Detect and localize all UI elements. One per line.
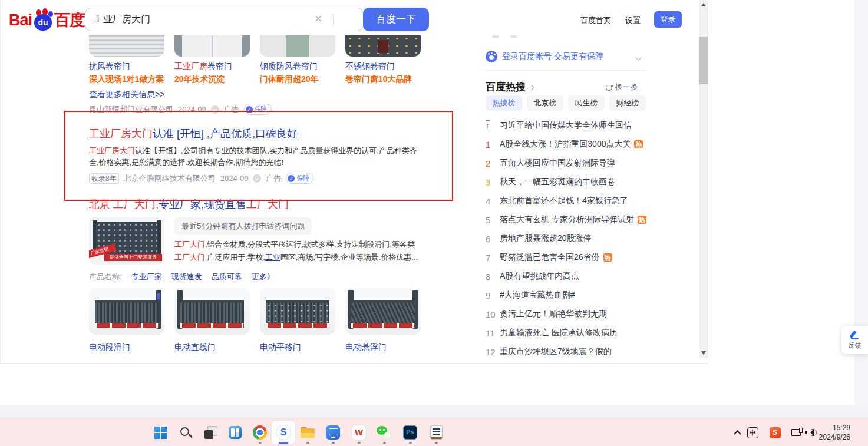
rank-number: 11 [486,328,500,338]
product-title[interactable]: 电动悬浮门 [345,342,421,353]
hot-tab[interactable]: 热搜榜 [486,95,522,111]
product-title[interactable]: 电动段滑门 [89,342,164,353]
wps-icon: W [352,425,366,440]
product-title[interactable]: 电动直线门 [174,342,250,353]
search-input[interactable] [94,9,318,30]
notepad-app[interactable] [424,421,448,444]
photoshop-app[interactable]: Ps [398,421,422,444]
hot-item-text: 贪污上亿元！顾艳华被判无期 [500,309,607,319]
product-card[interactable]: 不锈钢卷帘门卷帘门窗10大品牌 [345,35,421,85]
speaker-icon [805,428,816,437]
chrome-app[interactable] [248,421,272,444]
clock-date: 2024/9/26 [819,432,850,442]
pc-manager-app[interactable] [321,421,345,444]
sogou-browser-app[interactable]: S [272,421,295,444]
product-card[interactable]: 电动段滑门 [89,288,164,353]
more-related-link[interactable]: 查看更多相关信息>> [89,90,164,100]
taskbar-search[interactable] [174,421,197,444]
hot-search-item[interactable]: 11男童输液死亡 医院承认修改病历 [486,327,652,339]
logo-cn: 百度 [54,9,85,31]
ad-options-icon[interactable] [253,174,261,183]
hot-item-text: 男童输液死亡 医院承认修改病历 [500,328,618,338]
product-title[interactable]: 钢质防风卷帘门 [260,61,335,71]
windows-start-button[interactable] [148,421,172,444]
rank-number: 3 [486,177,500,187]
product-title[interactable]: 不锈钢卷帘门 [345,61,421,71]
product-card[interactable]: 抗风卷帘门深入现场1对1做方案 [89,35,164,85]
result2-thumbnail[interactable]: 厂家直销 提供全国上门安装服务 [89,217,164,265]
hot-item-text: 习近平给中国传媒大学全体师生回信 [500,120,632,131]
logo-bai: Bai [9,11,32,29]
tags-more-link[interactable]: 更多》 [252,272,275,282]
product-title[interactable]: 电动平移门 [260,342,335,353]
clear-search-icon[interactable]: ✕ [312,14,324,25]
wps-office-app[interactable]: W [347,421,371,444]
ad-result-title[interactable]: 工业厂房大门认准 [开恒] ,产品优质,口碑良好 [89,127,298,140]
network-status[interactable] [790,424,804,441]
product-tag[interactable]: 现货速发 [171,272,202,282]
product-subtitle: 深入现场1对1做方案 [89,74,164,85]
hot-search-item[interactable]: 9#大海道宝藏热血剧# [486,289,652,301]
hot-search-item[interactable]: 10贪污上亿元！顾艳华被判无期 [486,308,652,320]
product-card[interactable]: 电动悬浮门 [345,288,421,353]
product-title[interactable]: 工业厂房卷帘门 [174,61,250,71]
wechat-app[interactable] [372,421,396,444]
result2-desc-line2: 工厂大门 广泛应用于:学校,工业园区,商场,写字楼,企业等场景.价格优惠... [174,252,418,263]
inline-link[interactable]: 工业 [265,253,280,262]
baidu-logo[interactable]: Bai du 百度 [9,9,85,31]
hot-search-item[interactable]: 8A股有望挑战年内高点 [486,270,652,282]
tray-show-hidden[interactable] [731,424,744,441]
feedback-button[interactable]: 反馈 [841,326,868,354]
result2-title[interactable]: 北京 工厂大门,专业厂家,现货直售工厂大门 [89,198,289,211]
task-view-button[interactable] [199,421,223,444]
nav-baidu-home[interactable]: 百度首页 [580,15,611,26]
chevron-down-icon[interactable] [635,53,642,61]
sogou-tray[interactable]: S [768,424,782,441]
ime-indicator[interactable]: 中 [745,424,760,441]
hot-search-item[interactable]: 12重庆市沙坪坝区7级地震？假的 [486,346,652,358]
product-card[interactable]: 工业厂房卷帘门20年技术沉淀 [174,35,250,85]
hot-search-item[interactable]: 5落点大有玄机 专家分析洲际导弹试射热 [486,214,652,226]
refresh-hot-list[interactable]: 换一换 [606,82,638,92]
hot-search-item[interactable]: 4东北前首富还不起钱！4家银行急了 [486,195,652,207]
login-button[interactable]: 登录 [654,11,682,28]
widgets-icon [229,426,242,439]
hot-search-title[interactable]: 百度热搜 [486,80,533,94]
hot-badge: 热 [603,253,612,262]
ad2-tag: 广告 [266,173,281,184]
hot-search-item[interactable]: 6房地产股暴涨超20股涨停 [486,233,652,245]
volume-status[interactable] [803,424,817,441]
baidu-search-button[interactable]: 百度一下 [363,8,429,31]
hot-tab[interactable]: 北京榜 [527,95,563,111]
product-title[interactable]: 抗风卷帘门 [89,61,164,71]
ad1-meta: 昆山新恒邦门业有限公司 2024-09 广告 ✓ 保障 [89,104,272,115]
product-tag[interactable]: 品质可靠 [212,272,242,282]
nav-settings[interactable]: 设置 [625,15,641,26]
hot-tab[interactable]: 财经榜 [609,95,646,111]
ad-options-icon[interactable] [211,105,219,114]
hot-search-item[interactable]: ↑习近平给中国传媒大学全体师生回信 [486,120,652,131]
hot-search-item[interactable]: 3秋天，一幅五彩斑斓的丰收画卷 [486,176,652,188]
scroll-down-arrow[interactable] [701,351,706,355]
hot-search-item[interactable]: 1A股全线大涨！沪指重回3000点大关热 [486,138,652,150]
product-tag[interactable]: 专业厂家 [131,272,162,282]
login-account-banner[interactable]: 登录百度帐号 交易更有保障 [486,51,603,62]
hot-tab[interactable]: 民生榜 [568,95,605,111]
photoshop-icon: Ps [403,425,417,440]
hot-item-text: 五角大楼回应中国发射洲际导弹 [500,158,615,169]
widgets-button[interactable] [223,421,247,444]
hot-badge: 热 [634,140,643,148]
hot-search-item[interactable]: 7野猪泛滥已危害全国26省份热 [486,252,652,263]
scroll-up-arrow[interactable] [701,3,706,6]
taskbar-clock[interactable]: 15:29 2024/9/26 [819,423,850,442]
product-card[interactable]: 钢质防风卷帘门门体耐用超20年 [260,35,335,85]
folder-icon [301,427,315,438]
hot-search-list: ↑习近平给中国传媒大学全体师生回信1A股全线大涨！沪指重回3000点大关热2五角… [486,120,652,360]
product-card[interactable]: 电动直线门 [174,288,250,353]
file-explorer-app[interactable] [296,421,319,444]
hot-search-item[interactable]: 2五角大楼回应中国发射洲际导弹 [486,157,652,169]
check-icon: ✓ [288,175,295,182]
result2-desc-line1: 工厂大门,铝合金材质,分段式平移运行,款式多样,支持定制段滑门,等各类 [174,239,415,250]
product-card[interactable]: 电动平移门 [260,288,335,353]
scrollbar-thumb[interactable] [699,37,708,84]
